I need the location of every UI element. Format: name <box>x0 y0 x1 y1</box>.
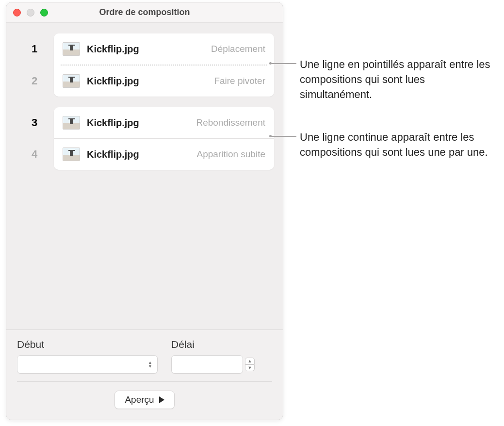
preview-button-label: Aperçu <box>125 394 154 405</box>
delay-field: Délai ▲ ▼ <box>171 339 255 374</box>
stepper-up-button[interactable]: ▲ <box>245 358 255 364</box>
filename-label: Kickflip.jpg <box>87 149 196 160</box>
list-row[interactable]: 1 Kickflip.jpg Déplacement <box>54 33 274 65</box>
effect-label: Déplacement <box>211 44 265 54</box>
thumbnail-icon <box>63 42 80 56</box>
titlebar[interactable]: Ordre de composition <box>6 2 283 23</box>
chevron-updown-icon: ▲▼ <box>146 360 154 369</box>
start-select[interactable]: ▲▼ <box>17 355 158 374</box>
delay-label: Délai <box>171 339 255 350</box>
start-field: Début ▲▼ <box>17 339 158 374</box>
minimize-button[interactable] <box>27 9 34 16</box>
filename-label: Kickflip.jpg <box>87 117 196 129</box>
delay-input[interactable] <box>171 355 243 374</box>
zoom-button[interactable] <box>40 9 48 16</box>
filename-label: Kickflip.jpg <box>87 44 211 55</box>
close-button[interactable] <box>13 9 21 16</box>
build-order-window: Ordre de composition 1 Kickflip.jpg Dépl… <box>6 2 283 420</box>
sequential-group: 3 Kickflip.jpg Rebondissement 4 Kickflip… <box>54 107 274 170</box>
bottom-panel: Début ▲▼ Délai ▲ ▼ <box>6 329 283 420</box>
row-index: 4 <box>25 139 44 170</box>
start-label: Début <box>17 339 158 350</box>
filename-label: Kickflip.jpg <box>87 76 214 87</box>
delay-stepper: ▲ ▼ <box>245 358 255 371</box>
callout-leader <box>270 136 296 137</box>
effect-label: Apparition subite <box>196 149 265 160</box>
thumbnail-icon <box>63 147 80 161</box>
composition-list: 1 Kickflip.jpg Déplacement 2 Kickflip.jp… <box>6 23 283 329</box>
traffic-lights <box>13 9 48 16</box>
annotation-dotted: Une ligne en pointillés apparaît entre l… <box>300 57 499 102</box>
separator <box>17 381 272 382</box>
list-row[interactable]: 4 Kickflip.jpg Apparition subite <box>54 139 274 170</box>
thumbnail-icon <box>63 74 80 88</box>
row-index: 2 <box>25 66 44 97</box>
effect-label: Faire pivoter <box>214 76 265 86</box>
callout-leader <box>270 63 296 64</box>
thumbnail-icon <box>63 116 80 130</box>
stepper-down-button[interactable]: ▼ <box>245 364 255 371</box>
row-index: 3 <box>25 107 44 138</box>
list-row[interactable]: 2 Kickflip.jpg Faire pivoter <box>54 66 274 97</box>
effect-label: Rebondissement <box>196 117 265 128</box>
annotation-solid: Une ligne continue apparaît entre les co… <box>300 130 499 160</box>
list-row[interactable]: 3 Kickflip.jpg Rebondissement <box>54 107 274 138</box>
simultaneous-group: 1 Kickflip.jpg Déplacement 2 Kickflip.jp… <box>54 33 274 97</box>
row-index: 1 <box>25 33 44 65</box>
preview-button[interactable]: Aperçu <box>114 391 174 409</box>
play-icon <box>159 396 164 403</box>
